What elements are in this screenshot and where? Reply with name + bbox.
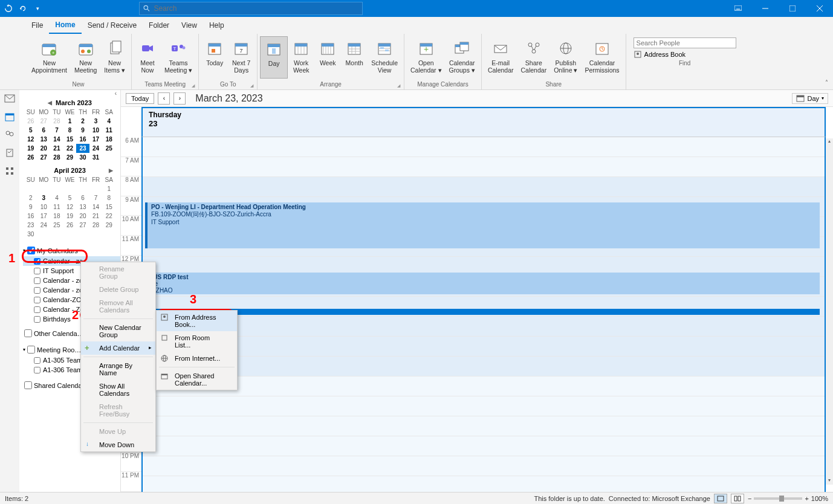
calendar-checkbox[interactable] xyxy=(34,258,41,265)
minical-day[interactable]: 1 xyxy=(102,184,115,193)
minical-day[interactable]: 23 xyxy=(76,144,89,153)
room-checkbox[interactable] xyxy=(34,357,41,364)
ctx-from-room-list[interactable]: From Room List... xyxy=(157,331,237,352)
minimize-button[interactable] xyxy=(751,0,779,17)
minical-day[interactable]: 23 xyxy=(24,221,37,230)
ctx-open-shared[interactable]: Open Shared Calendar... xyxy=(157,369,237,390)
minical-day[interactable] xyxy=(37,184,51,193)
prev-month-icon[interactable]: ◀ xyxy=(48,100,52,106)
minical-day[interactable]: 27 xyxy=(37,117,51,126)
meeting-rooms-checkbox[interactable] xyxy=(27,346,35,354)
new-appointment-button[interactable]: + New Appointment xyxy=(28,36,71,79)
people-nav-icon[interactable] xyxy=(4,129,16,141)
minical-day[interactable]: 4 xyxy=(102,117,115,126)
scroll-down-icon[interactable]: ▾ xyxy=(826,477,833,485)
hour-slot[interactable] xyxy=(143,317,825,337)
calendar-groups-button[interactable]: Calendar Groups ▾ xyxy=(446,36,479,79)
minical-day[interactable]: 3 xyxy=(37,193,51,202)
mail-nav-icon[interactable] xyxy=(4,92,16,105)
tab-folder[interactable]: Folder xyxy=(143,17,175,34)
scroll-up-icon[interactable]: ▴ xyxy=(826,138,833,146)
event-item-selected[interactable] xyxy=(145,309,820,315)
qat-dropdown-icon[interactable]: ▾ xyxy=(33,4,42,13)
minical-day[interactable] xyxy=(89,230,103,239)
minical-day[interactable]: 27 xyxy=(37,153,51,162)
minical-day[interactable]: 6 xyxy=(37,126,51,135)
minical-day[interactable]: 22 xyxy=(63,144,77,153)
minical-day[interactable]: 9 xyxy=(76,126,89,135)
event-item[interactable]: -US RDP test ne k ZHAO xyxy=(145,273,820,294)
zoom-slider[interactable] xyxy=(754,497,802,500)
next7-button[interactable]: 7 Next 7 Days xyxy=(228,36,254,79)
tab-help[interactable]: Help xyxy=(203,17,230,34)
minical-day[interactable]: 7 xyxy=(89,193,103,202)
ctx-refresh[interactable]: Refresh Free/Busy xyxy=(81,400,155,421)
hour-slot[interactable] xyxy=(143,376,825,396)
minical-day[interactable]: 13 xyxy=(37,135,51,144)
minical-day[interactable]: 26 xyxy=(63,221,77,230)
minical-day[interactable]: 13 xyxy=(76,202,89,212)
minical-day[interactable]: 20 xyxy=(76,212,89,221)
prev-day-button[interactable]: ‹ xyxy=(158,92,170,105)
minical-day[interactable]: 7 xyxy=(50,126,63,135)
new-meeting-button[interactable]: New Meeting xyxy=(71,36,100,79)
minical-day[interactable]: 5 xyxy=(24,126,37,135)
hour-slot[interactable] xyxy=(143,157,825,177)
minical-day[interactable]: 19 xyxy=(24,144,37,153)
minical-day[interactable]: 9 xyxy=(24,202,37,212)
ctx-from-address-book[interactable]: From Address Book... xyxy=(157,311,237,331)
minical-day[interactable]: 6 xyxy=(76,193,89,202)
minical-day[interactable] xyxy=(63,184,77,193)
minical-day[interactable] xyxy=(50,230,63,239)
minical-day[interactable]: 28 xyxy=(50,117,63,126)
ctx-delete-group[interactable]: Delete Group xyxy=(81,283,155,296)
publish-online-button[interactable]: Publish Online ▾ xyxy=(550,36,581,79)
room-checkbox[interactable] xyxy=(34,367,41,373)
ctx-move-down[interactable]: ↓ Move Down xyxy=(81,438,155,451)
hour-slot[interactable] xyxy=(143,137,825,157)
ctx-remove-all[interactable]: Remove All Calendars xyxy=(81,296,155,317)
share-calendar-button[interactable]: Share Calendar xyxy=(517,36,551,79)
today-nav-button[interactable]: Today xyxy=(126,93,154,104)
minical-day[interactable]: 29 xyxy=(63,153,77,162)
new-items-button[interactable]: New Items ▾ xyxy=(100,36,129,79)
minical-day[interactable] xyxy=(76,184,89,193)
minical-day[interactable]: 19 xyxy=(63,212,77,221)
minical-day[interactable]: 24 xyxy=(37,221,51,230)
minical-day[interactable] xyxy=(89,184,103,193)
address-book-button[interactable]: Address Book xyxy=(634,50,736,59)
minical-day[interactable]: 22 xyxy=(102,212,115,221)
tab-sendreceive[interactable]: Send / Receive xyxy=(82,17,143,34)
more-nav-icon[interactable] xyxy=(4,165,16,177)
other-calendars-checkbox[interactable] xyxy=(24,329,32,337)
next-day-button[interactable]: › xyxy=(173,92,186,105)
calendar-checkbox[interactable] xyxy=(34,287,41,294)
email-calendar-button[interactable]: E-mail Calendar xyxy=(484,36,517,79)
ctx-add-calendar[interactable]: + Add Calendar xyxy=(81,341,155,355)
save-icon[interactable] xyxy=(4,4,13,13)
minical-day[interactable]: 12 xyxy=(24,135,37,144)
minical-day[interactable]: 21 xyxy=(50,144,63,153)
search-people-input[interactable] xyxy=(634,37,736,48)
minical-day[interactable]: 14 xyxy=(50,135,63,144)
zoom-control[interactable]: − + 100% xyxy=(748,495,828,502)
ctx-from-internet[interactable]: From Internet... xyxy=(157,352,237,365)
minical-day[interactable]: 10 xyxy=(89,126,103,135)
week-view-button[interactable]: Week xyxy=(314,36,341,79)
teams-meeting-button[interactable]: T Teams Meeting ▾ xyxy=(161,36,196,79)
minical-day[interactable]: 30 xyxy=(24,230,37,239)
open-calendar-button[interactable]: + Open Calendar ▾ xyxy=(407,36,446,79)
reading-view-button[interactable] xyxy=(731,494,744,503)
minical-day[interactable]: 4 xyxy=(50,193,63,202)
minical-day[interactable]: 16 xyxy=(76,135,89,144)
ctx-move-up[interactable]: Move Up xyxy=(81,425,155,438)
search-input[interactable] xyxy=(154,4,358,13)
tab-home[interactable]: Home xyxy=(49,17,81,34)
minical-day[interactable]: 1 xyxy=(63,117,77,126)
minicalendar-march[interactable]: ◀March 2023 SUMOTUWETHFRSA26272812345678… xyxy=(19,98,120,162)
minical-day[interactable]: 10 xyxy=(37,202,51,212)
hour-slot[interactable] xyxy=(143,456,825,476)
my-calendars-group[interactable]: ▾ My Calendars xyxy=(22,245,120,256)
shared-calendars-checkbox[interactable] xyxy=(24,381,32,389)
minical-day[interactable]: 26 xyxy=(24,153,37,162)
